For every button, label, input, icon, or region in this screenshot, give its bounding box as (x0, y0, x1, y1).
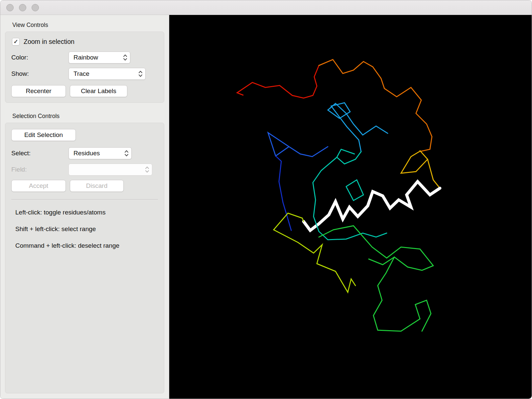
view-controls-group: ✓ Zoom in selection Color: Rainbow (5, 32, 164, 103)
divider (11, 199, 158, 200)
zoom-in-selection-checkbox[interactable]: ✓ (12, 38, 20, 46)
molecule-viewport[interactable] (169, 15, 532, 399)
minimize-button[interactable] (19, 4, 26, 11)
zoom-in-selection-label: Zoom in selection (24, 38, 74, 46)
help-text-left-click: Left-click: toggle residues/atoms (15, 209, 154, 216)
molecule-svg[interactable] (169, 15, 532, 399)
titlebar (0, 0, 532, 15)
help-text-shift-click: Shift + left-click: select range (15, 225, 154, 233)
show-row: Show: Trace (11, 68, 158, 80)
close-button[interactable] (6, 4, 14, 11)
select-dropdown[interactable]: Residues (68, 147, 132, 159)
color-dropdown[interactable]: Rainbow (68, 52, 130, 64)
trace-cyan-strand (313, 157, 387, 240)
color-label: Color: (11, 54, 68, 61)
trace-gold-tail (428, 159, 440, 188)
color-row: Color: Rainbow (11, 52, 158, 64)
color-dropdown-value: Rainbow (73, 54, 120, 61)
show-dropdown-value: Trace (73, 70, 135, 77)
accept-button[interactable]: Accept (11, 180, 66, 192)
trace-blue-knot (268, 133, 328, 157)
select-label: Select: (11, 150, 68, 157)
show-dropdown[interactable]: Trace (68, 68, 146, 80)
trace-cyan-hairpin (346, 180, 363, 200)
chevron-updown-icon (123, 54, 128, 62)
trace-skyblue-knot (328, 103, 388, 152)
main-area: View Controls ✓ Zoom in selection Color:… (0, 15, 532, 399)
trace-gold-loop (401, 151, 428, 173)
clear-labels-button[interactable]: Clear Labels (70, 85, 127, 97)
window-controls (6, 4, 39, 11)
trace-green-lower (373, 257, 431, 331)
recenter-button[interactable]: Recenter (11, 85, 66, 97)
zoom-in-selection-row[interactable]: ✓ Zoom in selection (12, 38, 158, 46)
trace-yellow-green-loop (274, 213, 355, 292)
zoom-button[interactable] (32, 4, 39, 11)
select-dropdown-value: Residues (73, 150, 121, 157)
trace-blue-descender (276, 156, 291, 230)
trace-red-n-terminus (237, 66, 319, 98)
trace-cyan-knot (337, 149, 361, 164)
selection-controls-title: Selection Controls (12, 113, 164, 120)
trace-white-selection-helix (304, 182, 440, 230)
trace-orange-top (319, 60, 432, 152)
field-dropdown[interactable] (68, 164, 152, 176)
app-window: View Controls ✓ Zoom in selection Color:… (0, 0, 532, 399)
chevron-updown-icon (138, 70, 143, 78)
discard-button[interactable]: Discard (70, 180, 124, 192)
select-row: Select: Residues (11, 147, 158, 159)
checkmark-icon: ✓ (13, 38, 18, 45)
field-row: Field: (11, 164, 158, 176)
sidebar: View Controls ✓ Zoom in selection Color:… (0, 15, 169, 399)
view-buttons-row: Recenter Clear Labels (11, 85, 158, 97)
trace-green-upper (319, 226, 433, 270)
help-text-command-click: Command + left-click: deselect range (15, 242, 154, 249)
edit-selection-button[interactable]: Edit Selection (11, 129, 76, 141)
chevron-updown-icon (145, 166, 150, 174)
show-label: Show: (11, 70, 68, 77)
selection-controls-group: Edit Selection Select: Residues (5, 123, 164, 393)
field-label: Field: (11, 166, 68, 173)
chevron-updown-icon (124, 149, 129, 157)
view-controls-title: View Controls (12, 22, 164, 29)
selection-buttons-row: Accept Discard (11, 180, 158, 192)
